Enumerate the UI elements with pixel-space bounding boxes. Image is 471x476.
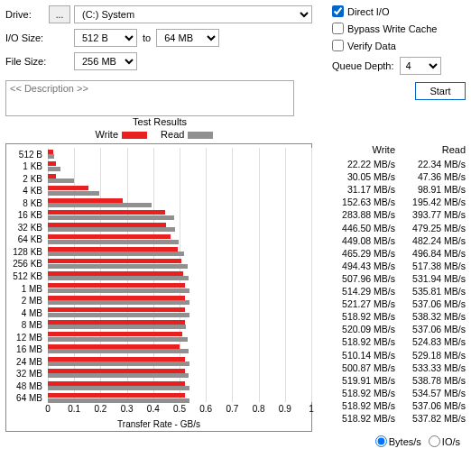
write-value: 518.92 MB/s — [319, 310, 395, 323]
x-tick-label: 0 — [45, 404, 51, 414]
direct-io-label: Direct I/O — [347, 6, 389, 17]
read-value: 537.06 MB/s — [395, 323, 466, 335]
write-value: 519.91 MB/s — [319, 374, 395, 387]
x-tick-label: 0.2 — [94, 404, 106, 414]
write-value: 494.43 MB/s — [319, 260, 395, 272]
read-value: 537.06 MB/s — [395, 298, 466, 310]
bar-read — [48, 313, 189, 317]
bar-read — [48, 373, 189, 378]
bar-write — [48, 186, 88, 190]
bypass-checkbox[interactable] — [332, 23, 344, 34]
y-tick-label: 32 KB — [6, 222, 42, 232]
plot-area — [48, 148, 308, 402]
bar-read — [48, 203, 152, 207]
drive-label: Drive: — [5, 9, 49, 20]
bar-write — [48, 393, 185, 398]
write-value: 507.96 MB/s — [319, 272, 395, 285]
bar-write — [48, 307, 185, 312]
verify-checkbox[interactable] — [332, 40, 344, 51]
ios-radio[interactable] — [429, 435, 440, 447]
x-tick-label: 0.3 — [121, 404, 134, 414]
y-tick-label: 16 KB — [6, 210, 42, 220]
y-tick-label: 48 MB — [6, 380, 42, 390]
legend-write-label: Write — [96, 129, 118, 140]
legend-write-swatch — [122, 132, 147, 139]
bar-write — [48, 271, 183, 276]
y-tick-label: 24 MB — [6, 356, 42, 366]
bar-read — [48, 167, 60, 171]
bar-write — [48, 247, 178, 252]
bar-write — [48, 369, 185, 373]
start-button[interactable]: Start — [415, 82, 466, 100]
read-value: 538.32 MB/s — [395, 310, 466, 323]
bar-write — [48, 234, 171, 239]
write-value: 510.14 MB/s — [319, 349, 395, 362]
write-value: 520.09 MB/s — [319, 323, 395, 335]
y-tick-label: 32 MB — [6, 369, 42, 379]
y-tick-label: 2 KB — [6, 173, 42, 183]
bar-write — [48, 210, 165, 215]
read-value: 529.18 MB/s — [395, 349, 466, 362]
write-value: 31.17 MB/s — [319, 183, 395, 196]
bar-read — [48, 215, 174, 220]
chart-legend: Write Read — [5, 129, 314, 140]
bar-write — [48, 381, 185, 386]
window-root: Drive: ... (C:) System I/O Size: 512 B t… — [0, 0, 471, 453]
bar-write — [48, 320, 185, 325]
bar-read — [48, 288, 189, 293]
read-value: 195.42 MB/s — [395, 196, 466, 208]
y-tick-label: 2 MB — [6, 296, 42, 306]
bar-read — [48, 252, 184, 256]
description-textarea[interactable] — [5, 80, 294, 116]
write-value: 449.08 MB/s — [319, 234, 395, 247]
x-tick-label: 0.9 — [279, 404, 291, 414]
write-value: 500.87 MB/s — [319, 362, 395, 374]
read-value: 537.06 MB/s — [395, 399, 466, 412]
bypass-label: Bypass Write Cache — [347, 23, 437, 34]
y-tick-label: 4 MB — [6, 307, 42, 317]
queue-depth-select[interactable]: 4 — [400, 57, 441, 75]
y-tick-label: 16 MB — [6, 344, 42, 354]
read-value: 534.57 MB/s — [395, 387, 466, 399]
bar-read — [48, 325, 186, 329]
io-to-label: to — [143, 32, 151, 43]
y-tick-label: 256 KB — [6, 259, 42, 269]
bar-write — [48, 223, 166, 227]
legend-read-label: Read — [161, 129, 184, 140]
bar-read — [48, 178, 74, 183]
drive-browse-button[interactable]: ... — [49, 5, 70, 23]
x-tick-label: 1 — [309, 404, 314, 414]
read-value: 517.38 MB/s — [395, 260, 466, 272]
bar-read — [48, 386, 189, 390]
x-tick-label: 0.7 — [226, 404, 238, 414]
write-value: 283.88 MB/s — [319, 208, 395, 221]
read-value: 47.36 MB/s — [395, 170, 466, 183]
direct-io-checkbox[interactable] — [332, 5, 344, 17]
file-size-label: File Size: — [5, 56, 49, 67]
bar-read — [48, 276, 189, 280]
write-value: 446.50 MB/s — [319, 222, 395, 234]
x-tick-label: 0.4 — [147, 404, 160, 414]
write-value: 518.92 MB/s — [319, 387, 395, 399]
y-tick-label: 64 MB — [6, 393, 42, 403]
drive-select[interactable]: (C:) System — [74, 5, 312, 23]
y-tick-label: 1 MB — [6, 283, 42, 293]
bytes-radio[interactable] — [375, 435, 387, 447]
io-size-to-select[interactable]: 64 MB — [156, 29, 219, 47]
bar-read — [48, 191, 99, 196]
y-tick-label: 64 KB — [6, 234, 42, 244]
col-read-header: Read — [395, 143, 466, 156]
bar-write — [48, 150, 53, 154]
file-size-select[interactable]: 256 MB — [74, 52, 137, 70]
read-value: 482.24 MB/s — [395, 234, 466, 247]
bar-read — [48, 398, 189, 403]
bytes-label: Bytes/s — [389, 436, 421, 447]
read-value: 22.34 MB/s — [395, 158, 466, 170]
y-tick-label: 8 KB — [6, 197, 42, 207]
bar-read — [48, 240, 179, 244]
x-tick-label: 0.1 — [68, 404, 80, 414]
io-size-from-select[interactable]: 512 B — [74, 29, 137, 47]
x-tick-label: 0.8 — [253, 404, 265, 414]
bar-write — [48, 259, 181, 263]
y-tick-label: 128 KB — [6, 246, 42, 256]
